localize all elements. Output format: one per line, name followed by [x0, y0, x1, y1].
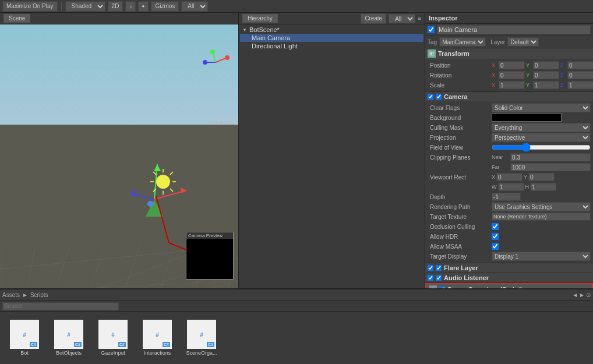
- bot-cs-badge: C#: [30, 342, 37, 347]
- asset-search-input[interactable]: [2, 302, 119, 310]
- search-bottom-icon[interactable]: ⊙: [586, 292, 591, 298]
- vp-x[interactable]: [496, 173, 523, 181]
- vp-h[interactable]: [530, 183, 556, 191]
- projection-dropdown[interactable]: Perspective: [492, 133, 591, 142]
- viewport-wh-value: W H: [492, 183, 591, 191]
- position-z[interactable]: [567, 61, 593, 69]
- flare-layer-checkbox-1[interactable]: [428, 265, 433, 271]
- hdr-checkbox[interactable]: [492, 233, 499, 240]
- inspector-scroll[interactable]: Tag MainCamera Layer Default ⊞ Transform: [425, 24, 593, 288]
- hierarchy-create-btn[interactable]: Create: [361, 13, 386, 24]
- hierarchy-light-label: Directional Light: [252, 43, 298, 50]
- top-toolbar: Maximize On Play Shaded 2D ♪ ✦ Gizmos Al…: [0, 0, 593, 13]
- sy-label: Y: [526, 82, 532, 88]
- viewport-row: Viewport Rect X Y: [428, 172, 591, 182]
- target-display-dropdown[interactable]: Display 1: [492, 252, 591, 261]
- object-name-input[interactable]: [437, 25, 591, 34]
- transform-header[interactable]: ⊞ Transform: [425, 48, 593, 59]
- scene-canvas[interactable]: ◄ Persp Camera Preview: [0, 24, 238, 288]
- rotation-y[interactable]: [533, 71, 559, 79]
- scale-y[interactable]: [533, 81, 559, 89]
- camera-checkbox[interactable]: [428, 94, 433, 100]
- 2d-btn[interactable]: 2D: [108, 1, 123, 12]
- hierarchy-menu-btn[interactable]: ≡: [418, 15, 421, 22]
- msaa-label: Allow MSAA: [428, 243, 492, 250]
- gazeinput-label: GazeInput: [101, 350, 125, 356]
- flare-layer-component: Flare Layer: [425, 263, 593, 273]
- culling-mask-label: Culling Mask: [428, 125, 492, 131]
- position-x[interactable]: [499, 61, 525, 69]
- tag-label: Tag: [428, 39, 437, 45]
- asset-interactions[interactable]: # C# Interactions: [140, 320, 175, 356]
- fov-slider[interactable]: [492, 144, 591, 150]
- rotation-label: Rotation: [428, 72, 492, 79]
- audio-listener-header[interactable]: Audio Listener: [425, 273, 593, 282]
- hierarchy-tab[interactable]: Hierarchy: [242, 14, 278, 23]
- y-axis-label: Y: [526, 62, 532, 68]
- hierarchy-directional-light[interactable]: Directional Light: [240, 42, 423, 50]
- layer-dropdown[interactable]: Default: [507, 37, 539, 47]
- maximize-on-play-btn[interactable]: Maximize On Play: [2, 1, 58, 12]
- scale-z[interactable]: [567, 81, 593, 89]
- far-field[interactable]: [510, 163, 591, 171]
- all-dropdown[interactable]: All: [181, 1, 208, 12]
- scene-tab[interactable]: Scene: [3, 14, 30, 23]
- occlusion-label: Occlusion Culling: [428, 224, 492, 230]
- sz-label: Z: [560, 82, 566, 88]
- fx-icon[interactable]: ✦: [138, 1, 149, 12]
- hdr-label: Allow HDR: [428, 234, 492, 240]
- viewport-wh-row: W H: [428, 182, 591, 192]
- vp-y[interactable]: [528, 173, 555, 181]
- target-texture-value[interactable]: None (Render Texture): [492, 213, 591, 221]
- tag-layer-row: Tag MainCamera Layer Default: [425, 36, 593, 48]
- vp-w[interactable]: [498, 183, 524, 191]
- camera-header[interactable]: Camera: [425, 92, 593, 101]
- background-label: Background: [428, 115, 492, 121]
- vp-w-label: W: [492, 184, 497, 190]
- scale-value: X Y Z: [492, 81, 593, 89]
- object-active-checkbox[interactable]: [428, 26, 435, 33]
- background-color[interactable]: [492, 114, 562, 122]
- scale-x[interactable]: [499, 81, 525, 89]
- back-icon[interactable]: ◄: [572, 292, 578, 298]
- shaded-dropdown[interactable]: Shaded: [65, 1, 105, 12]
- projection-row: Projection Perspective: [428, 133, 591, 142]
- forward-icon[interactable]: ►: [579, 292, 585, 298]
- x-axis-label: X: [492, 62, 497, 68]
- depth-field[interactable]: [492, 193, 521, 201]
- flare-layer-header[interactable]: Flare Layer: [425, 263, 593, 273]
- clear-flags-dropdown[interactable]: Solid Color: [492, 103, 591, 112]
- occlusion-row: Occlusion Culling: [428, 222, 591, 231]
- hierarchy-scene-root[interactable]: ▼ BotScene*: [240, 26, 423, 34]
- scene-panel-header: Scene: [0, 13, 238, 24]
- asset-bot[interactable]: # C# Bot: [7, 320, 42, 356]
- asset-sceneorga[interactable]: # C# SceneOrga...: [184, 320, 219, 356]
- hierarchy-all-dropdown[interactable]: All: [389, 14, 415, 23]
- breadcrumb-scripts: Scripts: [30, 292, 48, 298]
- tag-dropdown[interactable]: MainCamera: [439, 37, 486, 47]
- near-field[interactable]: [510, 153, 591, 161]
- culling-mask-dropdown[interactable]: Everything: [492, 123, 591, 132]
- scene-organiser-header[interactable]: ⊙ Scene Organiser (Script): [426, 284, 592, 288]
- rotation-x[interactable]: [499, 71, 525, 79]
- msaa-checkbox[interactable]: [492, 243, 499, 250]
- rendering-path-dropdown[interactable]: Use Graphics Settings: [492, 202, 591, 211]
- asset-gazeinput[interactable]: # C# GazeInput: [96, 320, 130, 356]
- audio-icon[interactable]: ♪: [125, 1, 136, 12]
- audio-checkbox-1[interactable]: [428, 275, 433, 281]
- occlusion-checkbox[interactable]: [492, 223, 499, 230]
- gizmos-btn[interactable]: Gizmos: [151, 1, 179, 12]
- position-y[interactable]: [533, 61, 559, 69]
- interactions-label: Interactions: [144, 350, 171, 356]
- msaa-row: Allow MSAA: [428, 242, 591, 251]
- hierarchy-content: ▼ BotScene* Main Camera Directional Ligh…: [239, 24, 425, 288]
- flare-layer-checkbox-2[interactable]: [436, 265, 442, 271]
- bot-cs-text: #: [23, 330, 26, 338]
- asset-botobjects[interactable]: # C# BotObjects: [51, 320, 86, 356]
- camera-enabled-checkbox[interactable]: [436, 94, 442, 100]
- camera-component: Camera Clear Flags Solid Color Backgrou: [425, 92, 593, 263]
- rotation-z[interactable]: [567, 71, 593, 79]
- hierarchy-main-camera[interactable]: Main Camera: [240, 34, 423, 42]
- audio-checkbox-2[interactable]: [436, 275, 442, 281]
- separator-1: [61, 2, 62, 11]
